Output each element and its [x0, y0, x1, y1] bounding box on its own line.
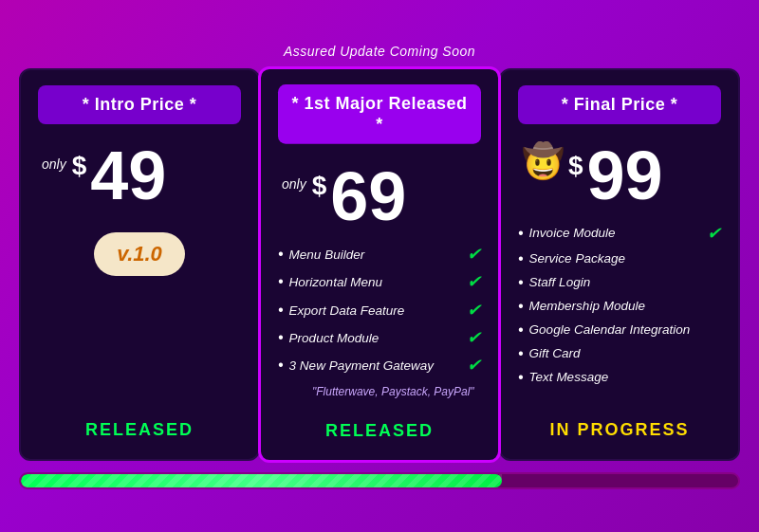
- list-item: • Google Calendar Integration: [518, 321, 721, 339]
- bullet-icon: •: [518, 345, 524, 362]
- check-icon: ✔: [467, 326, 481, 347]
- check-icon: ✔: [467, 299, 481, 320]
- feature-label: Staff Login: [529, 275, 591, 289]
- major-price-number: 69: [330, 160, 406, 229]
- major-features-list: • Menu Builder ✔ • Horizontal Menu ✔ • E…: [278, 243, 481, 399]
- bullet-icon: •: [278, 273, 284, 290]
- cards-container: * Intro Price * only $ 49 v.1.0 RELEASED…: [19, 68, 740, 461]
- intro-status: RELEASED: [38, 409, 241, 440]
- progress-bar-fill: [21, 474, 502, 487]
- list-item: • Staff Login: [518, 274, 721, 291]
- bullet-icon: •: [518, 250, 524, 267]
- check-icon: ✔: [467, 354, 481, 375]
- assured-text: Assured Update Coming Soon: [284, 44, 475, 59]
- final-price-area: 🤠 $ 99: [518, 134, 721, 213]
- final-price-dollar: $: [568, 151, 583, 181]
- final-price-card: * Final Price * 🤠 $ 99 • Invoice Module …: [499, 68, 740, 461]
- bullet-icon: •: [518, 321, 524, 339]
- bullet-icon: •: [518, 225, 524, 242]
- major-status: RELEASED: [278, 409, 481, 440]
- feature-label: Google Calendar Integration: [529, 322, 691, 337]
- list-item: • Gift Card: [518, 345, 721, 362]
- list-item: • Service Package: [518, 250, 721, 267]
- crown-emoji: 🤠: [522, 141, 565, 181]
- list-item: • Export Data Feature ✔: [278, 299, 481, 320]
- final-price-number: 99: [587, 141, 663, 210]
- bullet-icon: •: [278, 328, 284, 345]
- feature-label: Export Data Feature: [289, 302, 405, 316]
- check-icon: ✔: [467, 271, 481, 292]
- feature-label: Product Module: [289, 330, 380, 344]
- feature-label: Menu Builder: [289, 247, 365, 261]
- check-icon: ✔: [467, 243, 481, 264]
- feature-label: Horizontal Menu: [289, 274, 382, 288]
- final-features-list: • Invoice Module ✔ • Service Package • S…: [518, 223, 721, 399]
- feature-label: Invoice Module: [529, 226, 616, 240]
- bullet-icon: •: [278, 245, 284, 262]
- feature-label: Service Package: [529, 251, 625, 266]
- intro-price-number: 49: [90, 141, 166, 210]
- final-status: IN PROGRESS: [518, 409, 721, 440]
- intro-price-only: only: [42, 156, 66, 172]
- bullet-icon: •: [518, 369, 524, 386]
- bullet-icon: •: [518, 274, 524, 291]
- bullet-icon: •: [518, 298, 524, 315]
- check-icon: ✔: [707, 223, 721, 244]
- payment-subnote: "Flutterwave, Paystack, PayPal": [312, 385, 474, 398]
- major-release-title: * 1st Major Released *: [278, 84, 481, 144]
- list-item: • 3 New Payment Gateway ✔: [278, 354, 481, 375]
- intro-price-title: * Intro Price *: [38, 85, 241, 124]
- version-badge: v.1.0: [94, 232, 185, 276]
- intro-price-card: * Intro Price * only $ 49 v.1.0 RELEASED: [19, 68, 260, 461]
- list-item: • Membership Module: [518, 298, 721, 315]
- major-price-area: only $ 69: [278, 153, 481, 233]
- list-item: • Text Message: [518, 369, 721, 386]
- intro-price-area: only $ 49: [38, 134, 241, 213]
- progress-bar-container: [19, 472, 740, 489]
- feature-label: Gift Card: [529, 346, 581, 360]
- feature-label: Text Message: [529, 370, 609, 384]
- major-release-card: * 1st Major Released * only $ 69 • Menu …: [258, 65, 501, 462]
- feature-label: 3 New Payment Gateway: [289, 358, 434, 372]
- final-price-title: * Final Price *: [518, 85, 721, 124]
- bullet-icon: •: [278, 356, 284, 373]
- list-item: • Product Module ✔: [278, 326, 481, 347]
- list-item: • Invoice Module ✔: [518, 223, 721, 244]
- list-item: • Horizontal Menu ✔: [278, 271, 481, 292]
- bullet-icon: •: [278, 301, 284, 318]
- intro-price-dollar: $: [72, 151, 87, 181]
- major-price-only: only: [282, 176, 306, 192]
- feature-label: Membership Module: [529, 299, 645, 313]
- list-item: "Flutterwave, Paystack, PayPal": [295, 382, 481, 399]
- list-item: • Menu Builder ✔: [278, 243, 481, 264]
- major-price-dollar: $: [312, 171, 327, 201]
